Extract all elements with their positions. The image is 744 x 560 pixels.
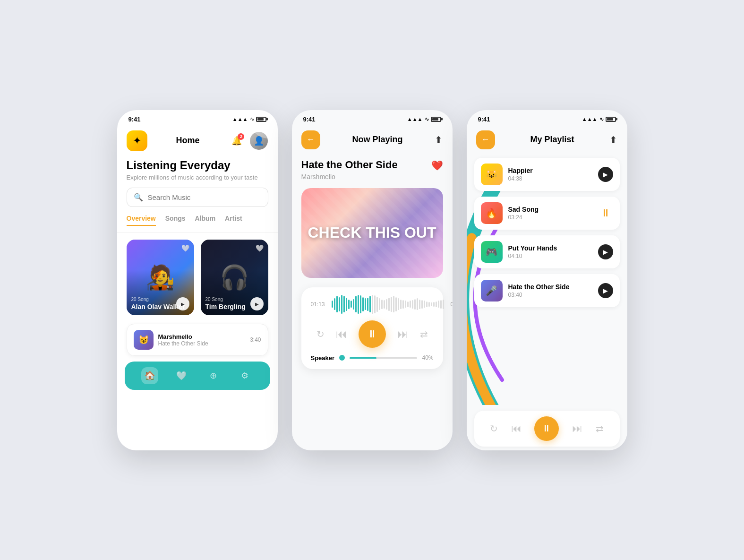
hate-other-side-play-button[interactable]: ▶: [598, 283, 613, 298]
pl-next-button[interactable]: ⏭: [572, 422, 582, 435]
playlist-items: 😺 Happier 04:38 ▶ 🔥 Sad Song 03:24 ⏸: [474, 153, 620, 307]
artist1-play-button[interactable]: ▶: [176, 297, 189, 310]
battery-icon-2: [431, 117, 441, 122]
mini-thumb: 😺: [134, 330, 154, 350]
wifi-icon: ∿: [250, 116, 254, 122]
time-label-2: 9:41: [303, 116, 316, 123]
song-main-title: Hate the Other Side: [301, 159, 398, 171]
album-art: CHECK THIS OUT: [301, 188, 443, 278]
mini-info: Marshmello Hate the Other Side: [158, 333, 246, 347]
pl-play-pause-button[interactable]: ⏸: [534, 416, 559, 441]
sad-song-pause-button[interactable]: ⏸: [598, 206, 613, 221]
player-card: 01:13 03:40 ↻ ⏮ ⏸ ⏭ ⇄ Speaker 40%: [301, 287, 443, 369]
happier-duration: 04:38: [508, 175, 592, 182]
status-bar-2: 9:41 ▲▲▲ ∿: [292, 110, 453, 127]
playlist-header: ← My Playlist ⬆: [467, 127, 627, 153]
tab-album[interactable]: Album: [195, 215, 216, 226]
battery-icon-3: [606, 117, 616, 122]
put-your-hands-title: Put Your Hands: [508, 244, 592, 252]
playlist-share-button[interactable]: ⬆: [609, 134, 617, 146]
prev-button[interactable]: ⏮: [336, 327, 347, 341]
signal-icon: ▲▲▲: [232, 116, 248, 122]
back-button[interactable]: ←: [301, 130, 320, 149]
put-your-hands-thumb: 🎮: [481, 241, 503, 263]
playlist-item-put-your-hands[interactable]: 🎮 Put Your Hands 04:10 ▶: [474, 235, 620, 268]
nav-home[interactable]: 🏠: [141, 367, 158, 384]
nav-settings[interactable]: ⚙: [236, 367, 253, 384]
search-input[interactable]: [148, 193, 261, 201]
now-playing-mini[interactable]: 😺 Marshmello Hate the Other Side 3:40: [127, 324, 268, 356]
hate-other-side-thumb: 🎤: [481, 280, 503, 302]
status-bar: 9:41 ▲▲▲ ∿: [117, 110, 278, 127]
sad-song-title: Sad Song: [508, 206, 592, 213]
search-bar[interactable]: 🔍: [127, 188, 268, 207]
mini-duration: 3:40: [250, 336, 261, 343]
speaker-percentage: 40%: [422, 354, 433, 361]
user-avatar[interactable]: 👤: [250, 132, 268, 150]
put-your-hands-play-button[interactable]: ▶: [598, 244, 613, 259]
tab-overview[interactable]: Overview: [127, 215, 156, 226]
speaker-label: Speaker: [311, 354, 335, 362]
speaker-dot: [339, 355, 345, 361]
listening-title: Listening Everyday: [117, 155, 278, 174]
bottom-nav: 🏠 🤍 ⊕ ⚙: [125, 362, 270, 390]
heart-icon-1[interactable]: 🤍: [181, 244, 189, 252]
heart-icon-2[interactable]: 🤍: [256, 244, 264, 252]
waveform[interactable]: [332, 295, 444, 314]
total-time: 03:40: [448, 301, 453, 308]
sad-song-thumb: 🔥: [481, 202, 503, 224]
now-playing-header: ← Now Playing ⬆: [292, 127, 453, 153]
artist-cards: 🧑‍🎤 🤍 20 Song Alan Olav Walker ▶ 🎧 🤍 20 …: [117, 233, 278, 322]
speaker-row: Speaker 40%: [311, 354, 434, 362]
hate-other-side-duration: 03:40: [508, 292, 592, 298]
playlist-item-sad-song[interactable]: 🔥 Sad Song 03:24 ⏸: [474, 197, 620, 230]
battery-icon: [256, 117, 266, 122]
header-title: Home: [176, 136, 199, 146]
song-heart-button[interactable]: ❤️: [431, 160, 443, 171]
play-pause-button[interactable]: ⏸: [359, 320, 386, 348]
playlist-bottom-bar: ↻ ⏮ ⏸ ⏭ ⇄: [474, 411, 620, 447]
screen2-now-playing: 9:41 ▲▲▲ ∿ ← Now Playing ⬆ ❤️ Hate the O…: [292, 110, 453, 450]
notification-button[interactable]: 🔔 2: [228, 132, 245, 149]
artist-card-1[interactable]: 🧑‍🎤 🤍 20 Song Alan Olav Walker ▶: [127, 240, 194, 315]
happier-thumb: 😺: [481, 164, 503, 185]
current-time: 01:13: [311, 301, 328, 308]
playlist-back-button[interactable]: ←: [476, 130, 495, 149]
search-icon: 🔍: [134, 193, 143, 202]
player-controls: ↻ ⏮ ⏸ ⏭ ⇄: [311, 320, 434, 348]
nav-music[interactable]: ⊕: [205, 367, 222, 384]
playlist-item-happier[interactable]: 😺 Happier 04:38 ▶: [474, 158, 620, 191]
playlist-title: My Playlist: [530, 135, 574, 145]
tab-songs[interactable]: Songs: [165, 215, 186, 226]
pl-shuffle-button[interactable]: ⇄: [596, 423, 604, 434]
sad-song-duration: 03:24: [508, 214, 592, 221]
pl-repeat-button[interactable]: ↻: [490, 423, 498, 434]
tab-artist[interactable]: Artist: [225, 215, 242, 226]
wifi-icon-3: ∿: [599, 116, 604, 122]
tab-row: Overview Songs Album Artist: [117, 215, 278, 233]
app-header: ✦ Home 🔔 2 👤: [117, 127, 278, 155]
next-button[interactable]: ⏭: [397, 327, 409, 341]
hate-other-side-title: Hate the Other Side: [508, 283, 592, 291]
signal-icon-2: ▲▲▲: [407, 116, 423, 122]
artist-card-2[interactable]: 🎧 🤍 20 Song Tim Bergling ▶: [201, 240, 268, 315]
screen1-home: 9:41 ▲▲▲ ∿ ✦ Home 🔔 2 👤 Listening Everyd: [117, 110, 278, 450]
screen3-playlist: 9:41 ▲▲▲ ∿ ← My Playlist ⬆: [467, 110, 627, 450]
playlist-item-hate-the-other-side[interactable]: 🎤 Hate the Other Side 03:40 ▶: [474, 274, 620, 307]
share-button[interactable]: ⬆: [435, 134, 443, 146]
album-art-text: CHECK THIS OUT: [308, 224, 436, 241]
mini-artist: Marshmello: [158, 333, 246, 340]
mini-song: Hate the Other Side: [158, 340, 246, 347]
speaker-bar[interactable]: [350, 357, 417, 359]
repeat-button[interactable]: ↻: [316, 328, 325, 340]
status-bar-3: 9:41 ▲▲▲ ∿: [467, 110, 627, 127]
happier-play-button[interactable]: ▶: [598, 167, 613, 182]
listening-subtitle: Explore millions of music according to y…: [117, 174, 278, 188]
song-title-area: ❤️ Hate the Other Side Marshmello: [292, 153, 453, 182]
signal-icon-3: ▲▲▲: [582, 116, 598, 122]
shuffle-button[interactable]: ⇄: [420, 328, 428, 340]
artist2-play-button[interactable]: ▶: [250, 297, 264, 310]
pl-prev-button[interactable]: ⏮: [511, 422, 522, 435]
nav-favorites[interactable]: 🤍: [173, 367, 190, 384]
app-logo[interactable]: ✦: [127, 130, 147, 151]
